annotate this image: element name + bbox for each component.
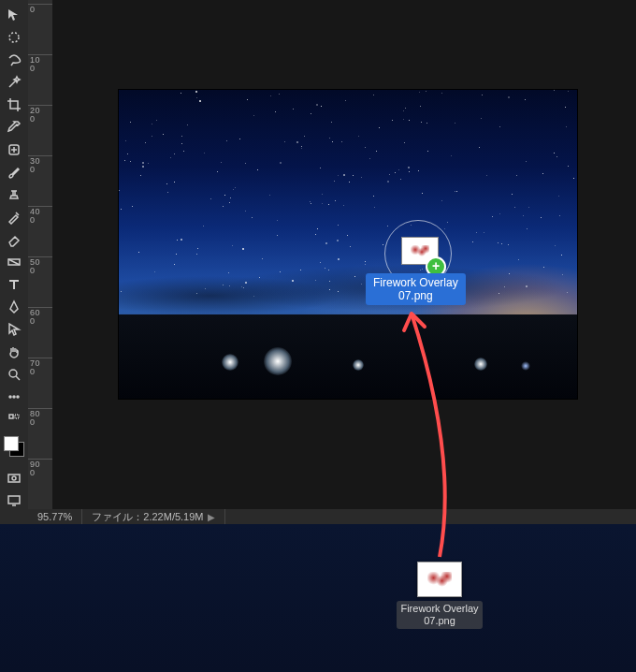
file-name-label: Firework Overlay 07.png (397, 601, 482, 629)
chevron-right-icon: ▶ (204, 512, 215, 522)
magic-wand-tool[interactable] (4, 72, 24, 93)
file-thumbnail (417, 562, 462, 597)
dragged-file-name-2: 07.png (398, 289, 433, 302)
svg-rect-9 (8, 475, 20, 482)
svg-point-3 (9, 370, 17, 377)
screen-mode-toggle[interactable] (4, 490, 24, 511)
svg-point-6 (17, 396, 19, 398)
foreground-color-swatch[interactable] (4, 436, 19, 451)
svg-rect-11 (8, 496, 20, 504)
document-info[interactable]: ファイル：2.22M/5.19M▶ (82, 509, 224, 525)
more-tools[interactable] (4, 387, 24, 407)
canvas-area[interactable]: + Firework Overlay 07.png (52, 0, 636, 509)
zoom-tool[interactable] (4, 364, 24, 385)
svg-rect-7 (9, 415, 13, 418)
eyedropper-tool[interactable] (4, 117, 24, 138)
tool-panel (0, 0, 28, 528)
dragged-file-label: Firework Overlay 07.png (366, 273, 466, 305)
pen-tool[interactable] (4, 297, 24, 317)
dragged-file-name-1: Firework Overlay (373, 276, 458, 289)
path-selection-tool[interactable] (4, 319, 24, 340)
healing-brush-tool[interactable] (4, 139, 24, 160)
move-tool[interactable] (4, 5, 24, 25)
photoshop-window: 01 0 02 0 03 0 04 0 05 0 06 0 07 0 08 0 … (0, 0, 636, 524)
svg-rect-8 (15, 415, 19, 418)
brush-tool[interactable] (4, 162, 24, 183)
document-canvas[interactable] (118, 89, 578, 400)
eraser-tool[interactable] (4, 229, 24, 250)
quick-mask-toggle[interactable] (4, 468, 24, 489)
color-swatches[interactable] (4, 436, 24, 457)
history-brush-tool[interactable] (4, 207, 24, 227)
svg-point-10 (12, 476, 16, 480)
vertical-ruler: 01 0 02 0 03 0 04 0 05 0 06 0 07 0 08 0 … (28, 0, 52, 509)
desktop[interactable]: Firework Overlay 07.png (0, 524, 636, 672)
clone-stamp-tool[interactable] (4, 184, 24, 205)
svg-point-4 (9, 396, 11, 398)
svg-point-5 (13, 396, 15, 398)
desktop-file[interactable]: Firework Overlay 07.png (388, 562, 491, 629)
gradient-tool[interactable] (4, 252, 24, 272)
hand-tool[interactable] (4, 342, 24, 362)
svg-point-0 (9, 33, 19, 42)
marquee-tool[interactable] (4, 27, 24, 48)
crop-tool[interactable] (4, 95, 24, 115)
edit-toolbar[interactable] (4, 409, 24, 430)
lasso-tool[interactable] (4, 50, 24, 70)
zoom-level[interactable]: 95.77% (28, 509, 82, 524)
type-tool[interactable] (4, 274, 24, 295)
status-bar: 95.77% ファイル：2.22M/5.19M▶ (0, 509, 636, 524)
